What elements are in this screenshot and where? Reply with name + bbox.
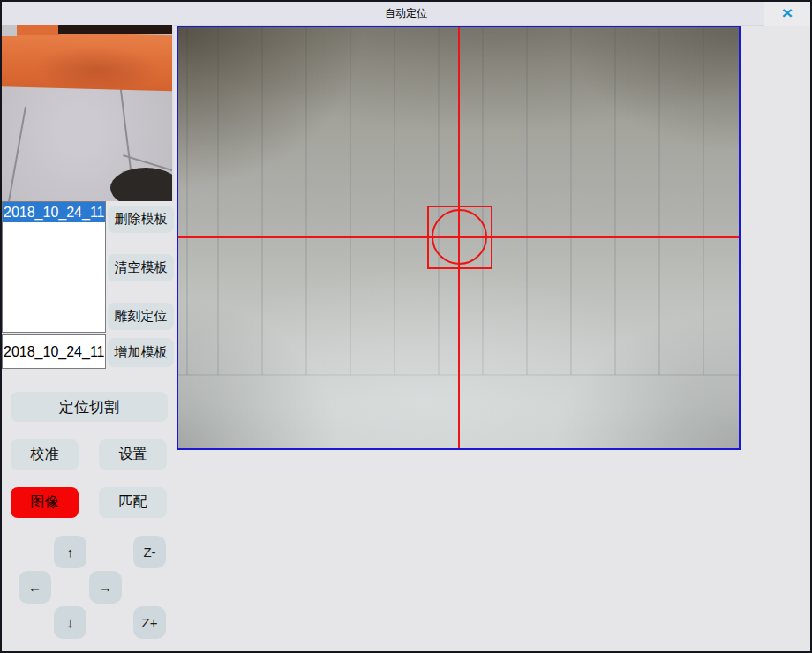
photo-top-orange (16, 25, 60, 35)
window-title: 自动定位 (2, 2, 810, 26)
jog-up-button[interactable]: ↑ (54, 536, 86, 568)
orange-board (2, 31, 174, 91)
z-minus-button[interactable]: Z- (133, 536, 166, 568)
calibrate-button[interactable]: 校准 (11, 439, 79, 470)
position-cut-button[interactable]: 定位切割 (11, 392, 168, 422)
template-name-input[interactable] (2, 334, 106, 369)
add-template-button[interactable]: 增加模板 (108, 338, 174, 367)
template-list[interactable]: 2018_10_24_11 (2, 201, 106, 333)
jog-left-button[interactable]: ← (19, 571, 51, 604)
template-preview-image (2, 25, 174, 201)
tile-grout-line (7, 107, 26, 201)
engrave-position-button[interactable]: 雕刻定位 (108, 303, 174, 330)
close-icon: × (782, 4, 793, 22)
photo-top-gray-patch (2, 25, 17, 36)
z-plus-button[interactable]: Z+ (133, 606, 166, 639)
template-list-item[interactable]: 2018_10_24_11 (3, 202, 105, 222)
auto-position-window: 自动定位 × 2018_10_24_11 删除模板 清空模板 雕刻定位 增加模板… (0, 0, 812, 653)
titlebar: 自动定位 × (2, 2, 810, 26)
image-button[interactable]: 图像 (11, 487, 79, 518)
target-circle (432, 209, 487, 265)
match-button[interactable]: 匹配 (99, 487, 167, 518)
delete-template-button[interactable]: 删除模板 (108, 206, 174, 233)
close-button[interactable]: × (764, 2, 810, 26)
jog-right-button[interactable]: → (89, 571, 122, 604)
photo-top-dark-bar (58, 25, 174, 34)
jog-down-button[interactable]: ↓ (54, 606, 86, 639)
dark-object (110, 168, 174, 201)
camera-view[interactable] (177, 26, 741, 450)
clear-templates-button[interactable]: 清空模板 (108, 254, 174, 281)
settings-button[interactable]: 设置 (99, 439, 167, 470)
